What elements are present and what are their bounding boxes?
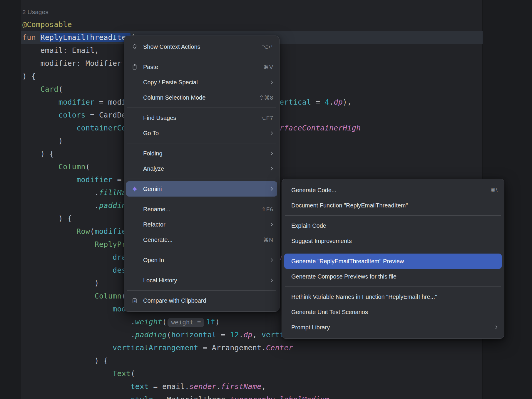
menu-item-open-in[interactable]: Open In <box>126 252 277 268</box>
code-token: Text <box>113 369 131 378</box>
code-token: ( <box>167 331 171 339</box>
gemini-submenu: Generate Code...⌘\Document Function "Rep… <box>282 179 504 339</box>
menu-item-label: Generate Compose Previews for this file <box>291 273 397 280</box>
chevron-right-icon <box>270 131 274 135</box>
menu-item-label: Paste <box>143 64 158 71</box>
menu-item-gemini[interactable]: Gemini <box>126 181 277 197</box>
code-token <box>22 227 76 236</box>
menu-item-generate-unit-test-scenarios[interactable]: Generate Unit Test Scenarios <box>284 304 502 320</box>
code-token: , <box>252 331 262 339</box>
menu-item-copy-paste-special[interactable]: Copy / Paste Special <box>126 75 277 90</box>
menu-item-label: Generate "ReplyEmailThreadItem" Preview <box>291 258 404 265</box>
code-token <box>22 124 76 132</box>
menu-separator <box>127 199 276 199</box>
menu-item-document-function-replyemailthreaditem[interactable]: Document Function "ReplyEmailThreadItem" <box>284 198 502 213</box>
menu-separator <box>127 143 276 143</box>
shortcut-label: ⌥F7 <box>260 115 277 121</box>
code-token: = email. <box>149 382 189 391</box>
code-token <box>22 98 58 106</box>
code-line-30: text = email.sender.firstName, <box>21 380 483 393</box>
chevron-right-icon <box>270 258 274 262</box>
chevron-right-icon <box>270 80 274 85</box>
menu-item-label: Gemini <box>143 186 162 192</box>
code-token: weight <box>135 318 162 326</box>
menu-separator <box>127 179 276 179</box>
code-token: . <box>239 331 243 339</box>
code-token: sender <box>189 382 216 391</box>
menu-item-label: Prompt Library <box>291 324 330 331</box>
lightbulb-icon <box>126 43 143 50</box>
gemini-icon <box>126 186 143 192</box>
menu-item-refactor[interactable]: Refactor <box>126 217 277 232</box>
code-token: email: Email, <box>22 46 99 55</box>
menu-item-folding[interactable]: Folding <box>126 146 277 161</box>
code-token <box>22 240 95 249</box>
code-line-2: @Composable <box>21 18 483 31</box>
code-token <box>22 175 76 184</box>
code-token: Center <box>266 343 293 352</box>
code-token: ( <box>86 162 90 171</box>
code-token: = Arrangement. <box>198 343 266 352</box>
code-token: Column <box>95 292 122 300</box>
menu-item-generate-replyemailthreaditem-preview[interactable]: Generate "ReplyEmailThreadItem" Preview <box>284 254 502 269</box>
inlay-parameter-hint[interactable]: weight = <box>168 318 204 327</box>
code-token: ), <box>343 98 352 106</box>
menu-item-generate-compose-previews-for-this-file[interactable]: Generate Compose Previews for this file <box>284 269 502 284</box>
code-token <box>22 395 131 399</box>
menu-item-find-usages[interactable]: Find Usages⌥F7 <box>126 110 277 125</box>
code-token: firstName <box>221 382 261 391</box>
menu-item-label: Folding <box>143 150 163 157</box>
code-token: padding <box>135 331 167 339</box>
compare-icon <box>126 297 143 304</box>
code-token: = <box>216 331 230 339</box>
menu-item-suggest-improvements[interactable]: Suggest Improvements <box>284 233 502 249</box>
menu-item-local-history[interactable]: Local History <box>126 273 277 288</box>
menu-item-compare-with-clipboard[interactable]: Compare with Clipboard <box>126 293 277 308</box>
menu-separator <box>127 290 276 291</box>
shortcut-label: ⌘N <box>263 237 277 243</box>
menu-separator <box>285 251 501 251</box>
menu-item-column-selection-mode[interactable]: Column Selection Mode⇧⌘8 <box>126 90 277 105</box>
code-line-27: verticalArrangement = Arrangement.Center <box>21 341 483 354</box>
chevron-right-icon <box>270 166 274 171</box>
code-vision-usages[interactable]: 2 Usages <box>21 5 483 18</box>
menu-item-label: Local History <box>143 277 177 284</box>
menu-item-explain-code[interactable]: Explain Code <box>284 218 502 233</box>
menu-item-label: Explain Code <box>291 222 326 229</box>
code-token: ( <box>90 227 94 236</box>
code-token <box>22 305 113 313</box>
editor-context-menu: Show Context Actions⌥↵Paste⌘VCopy / Past… <box>124 36 280 312</box>
code-token: modifier <box>76 175 113 184</box>
menu-item-prompt-library[interactable]: Prompt Library <box>284 320 502 335</box>
code-token: Column <box>58 162 86 171</box>
menu-item-generate[interactable]: Generate...⌘N <box>126 232 277 247</box>
menu-item-rename[interactable]: Rename...⇧F6 <box>126 202 277 217</box>
menu-item-label: Analyze <box>143 165 164 172</box>
code-token: typography <box>230 395 275 399</box>
code-token: . <box>22 201 99 210</box>
chevron-right-icon <box>270 222 274 227</box>
code-token <box>22 162 58 171</box>
chevron-right-icon <box>270 187 274 191</box>
code-token: @Composable <box>22 20 72 29</box>
code-token: dp <box>334 98 343 106</box>
code-token <box>22 382 131 391</box>
menu-item-paste[interactable]: Paste⌘V <box>126 59 277 75</box>
menu-item-analyze[interactable]: Analyze <box>126 161 277 176</box>
menu-item-rethink-variable-names-in-function-replyemailthre[interactable]: Rethink Variable Names in Function "Repl… <box>284 289 502 304</box>
code-token <box>22 111 58 119</box>
menu-item-label: Compare with Clipboard <box>143 297 206 304</box>
code-token: Row <box>76 227 90 236</box>
code-token: ) <box>215 318 220 326</box>
menu-item-label: Rename... <box>143 206 170 213</box>
menu-item-show-context-actions[interactable]: Show Context Actions⌥↵ <box>126 39 277 54</box>
menu-separator <box>127 57 276 57</box>
code-token: . <box>22 331 135 339</box>
menu-item-generate-code[interactable]: Generate Code...⌘\ <box>284 182 502 198</box>
menu-item-label: Refactor <box>143 221 165 228</box>
code-token: , <box>262 382 266 391</box>
shortcut-label: ⇧⌘8 <box>259 94 277 101</box>
menu-item-go-to[interactable]: Go To <box>126 125 277 141</box>
code-token: . <box>216 382 221 391</box>
code-token: ) { <box>22 150 54 158</box>
